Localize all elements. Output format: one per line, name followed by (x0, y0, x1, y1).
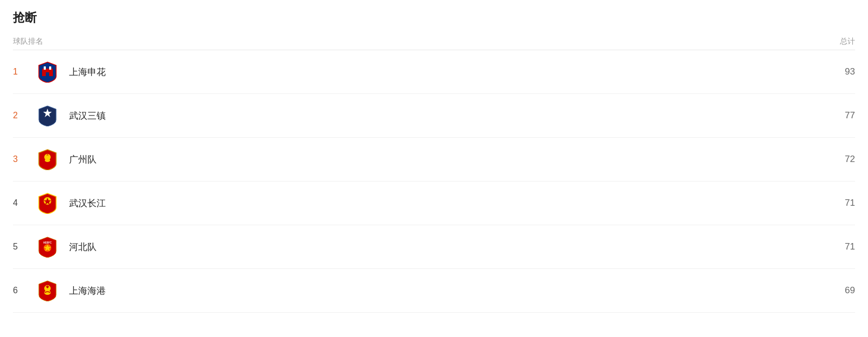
row-left: 5 HEBFC 河北队 (13, 235, 97, 259)
rank-6: 6 (13, 286, 26, 295)
svg-text:HEBFC: HEBFC (43, 241, 52, 244)
table-row: 3 广州队 72 (13, 138, 855, 181)
table-header: 球队排名 总计 (13, 33, 855, 50)
team-name-1: 上海申花 (69, 66, 106, 78)
team-name-6: 上海海港 (69, 285, 106, 297)
rank-3: 3 (13, 154, 26, 164)
row-left: 2 武汉三镇 (13, 104, 106, 127)
logo-hebei: HEBFC (36, 235, 59, 259)
logo-shanghai-shenhua (36, 60, 59, 84)
total-3: 72 (823, 154, 855, 165)
svg-rect-3 (44, 66, 46, 70)
rank-2: 2 (13, 111, 26, 120)
logo-shanghai-haigang (36, 279, 59, 302)
row-left: 1 上海申花 (13, 60, 106, 84)
svg-rect-4 (49, 66, 51, 70)
table-row: 4 武汉长江 71 (13, 181, 855, 225)
row-left: 4 武汉长江 (13, 191, 106, 215)
rank-4: 4 (13, 198, 26, 208)
table-row: 5 HEBFC 河北队 71 (13, 225, 855, 269)
total-1: 93 (823, 66, 855, 77)
team-name-5: 河北队 (69, 241, 97, 253)
col-total-label: 总计 (823, 37, 855, 46)
total-2: 77 (823, 110, 855, 121)
page-title: 抢断 (13, 10, 855, 26)
rank-5: 5 (13, 242, 26, 252)
table-row: 1 上海申花 93 (13, 50, 855, 94)
main-container: 抢断 球队排名 总计 1 上海申花 93 2 (0, 0, 868, 318)
team-name-4: 武汉长江 (69, 197, 106, 210)
row-left: 3 广州队 (13, 147, 97, 171)
rank-1: 1 (13, 67, 26, 77)
col-team-label: 球队排名 (13, 37, 43, 46)
logo-guangzhou (36, 147, 59, 171)
table-row: 6 上海海港 69 (13, 269, 855, 313)
team-name-2: 武汉三镇 (69, 110, 106, 122)
table-row: 2 武汉三镇 77 (13, 94, 855, 138)
row-left: 6 上海海港 (13, 279, 106, 302)
total-5: 71 (823, 241, 855, 252)
logo-wuhan-changjiang (36, 191, 59, 215)
svg-point-6 (45, 159, 50, 162)
total-6: 69 (823, 285, 855, 296)
total-4: 71 (823, 198, 855, 208)
team-name-3: 广州队 (69, 153, 97, 166)
logo-wuhan-sanzhen (36, 104, 59, 127)
